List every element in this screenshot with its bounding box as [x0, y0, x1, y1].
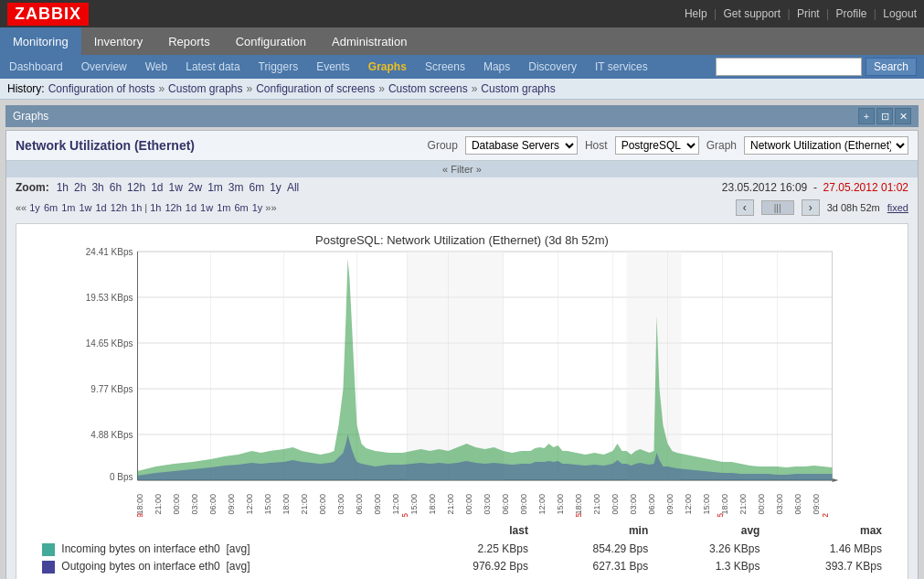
subnav-overview[interactable]: Overview [72, 55, 136, 79]
subnav-graphs[interactable]: Graphs [359, 55, 416, 79]
close-icon[interactable]: ✕ [895, 108, 911, 124]
nav-monitoring[interactable]: Monitoring [0, 27, 81, 55]
nav-back-1w[interactable]: 1w [78, 202, 92, 213]
svg-text:21:00: 21:00 [446, 494, 455, 515]
prev-button[interactable]: ‹ [736, 199, 754, 216]
legend-col-avg: avg [655, 524, 767, 541]
profile-link[interactable]: Profile [835, 7, 866, 20]
zoom-1m[interactable]: 1m [206, 181, 225, 194]
graph-panel: Network Utilization (Ethernet) Group Dat… [5, 130, 919, 579]
help-link[interactable]: Help [685, 7, 707, 20]
nav-fwd-1m[interactable]: 1m [216, 202, 231, 213]
breadcrumb: History: Configuration of hosts » Custom… [0, 79, 924, 100]
nav-fwd-1h[interactable]: 1h [149, 202, 162, 213]
svg-text:09:00: 09:00 [373, 494, 382, 515]
subnav-latest-data[interactable]: Latest data [176, 55, 249, 79]
get-support-link[interactable]: Get support [723, 7, 781, 20]
graph-select[interactable]: Network Utilization (Ethernet) [744, 136, 908, 155]
zoom-2h[interactable]: 2h [72, 181, 88, 194]
zoom-3m[interactable]: 3m [227, 181, 246, 194]
zoom-all[interactable]: All [285, 181, 301, 194]
legend-col-max: max [767, 524, 889, 541]
nav-reports[interactable]: Reports [155, 27, 223, 55]
svg-text:12:00: 12:00 [684, 494, 693, 515]
group-select[interactable]: Database Servers [465, 136, 578, 155]
nav-fwd-1w[interactable]: 1w [199, 202, 214, 213]
nav-back-1m[interactable]: 1m [60, 202, 76, 213]
graphs-bar-icons: + ⊡ ✕ [858, 108, 911, 124]
subnav-screens[interactable]: Screens [416, 55, 474, 79]
subnav-dashboard[interactable]: Dashboard [0, 55, 72, 79]
fixed-link[interactable]: fixed [887, 202, 908, 213]
nav-back-6m[interactable]: 6m [43, 202, 58, 213]
nav-fwd-1y[interactable]: 1y [251, 202, 264, 213]
chart-title: PostgreSQL: Network Utilization (Etherne… [315, 233, 609, 247]
legend-incoming-max: 1.46 MBps [767, 541, 889, 558]
y-label: 9.77 KBps [90, 384, 133, 394]
zoom-1d[interactable]: 1d [149, 181, 165, 194]
shaded-band [627, 252, 682, 480]
legend-row-incoming: Incoming bytes on interface eth0 [avg] 2… [35, 541, 889, 558]
nav-configuration[interactable]: Configuration [223, 27, 319, 55]
refresh-icon[interactable]: ⊡ [876, 108, 893, 124]
zoom-1y[interactable]: 1y [268, 181, 283, 194]
nav-back-1d[interactable]: 1d [95, 202, 108, 213]
legend-col-last: last [416, 524, 536, 541]
bc-config-screens[interactable]: Configuration of screens [256, 82, 375, 95]
next-button[interactable]: › [802, 199, 820, 216]
logo: ZABBIX [7, 3, 89, 26]
zoom-12h[interactable]: 12h [125, 181, 147, 194]
zoom-1w[interactable]: 1w [166, 181, 184, 194]
nav-back-1h[interactable]: 1h [130, 202, 143, 213]
legend-col-min: min [536, 524, 655, 541]
svg-text:21:00: 21:00 [154, 494, 163, 515]
subnav-triggers[interactable]: Triggers [250, 55, 308, 79]
svg-text:09:00: 09:00 [227, 494, 236, 515]
zoom-3h[interactable]: 3h [90, 181, 105, 194]
nav-administration[interactable]: Administration [319, 27, 420, 55]
nav-fwd-6m[interactable]: 6m [233, 202, 249, 213]
legend-incoming-last: 2.25 KBps [416, 541, 536, 558]
y-label: 24.41 KBps [86, 247, 133, 257]
search-input[interactable] [716, 58, 862, 76]
main-nav: Monitoring Inventory Reports Configurati… [0, 27, 924, 55]
logout-link[interactable]: Logout [883, 7, 917, 20]
search-area: Search [708, 58, 924, 76]
svg-text:03:00: 03:00 [336, 494, 345, 515]
bc-config-hosts[interactable]: Configuration of hosts [48, 82, 155, 95]
chart-svg: PostgreSQL: Network Utilization (Etherne… [16, 224, 908, 517]
zoom-left: Zoom: 1h 2h 3h 6h 12h 1d 1w 2w 1m 3m 6m … [16, 181, 301, 194]
scroll-bar[interactable]: ||| [761, 200, 794, 215]
zoom-6m[interactable]: 6m [248, 181, 267, 194]
svg-text:03:00: 03:00 [190, 494, 199, 515]
sub-nav: Dashboard Overview Web Latest data Trigg… [0, 55, 924, 79]
nav-back-12h[interactable]: 12h [110, 202, 128, 213]
nav-fwd-1d[interactable]: 1d [185, 202, 197, 213]
bc-custom-graphs-2[interactable]: Custom graphs [481, 82, 555, 95]
zoom-1h[interactable]: 1h [55, 181, 70, 194]
svg-text:06:00: 06:00 [501, 494, 510, 515]
x-arrow [833, 478, 839, 482]
subnav-it-services[interactable]: IT services [586, 55, 657, 79]
bc-custom-graphs[interactable]: Custom graphs [168, 82, 242, 95]
nav-fwd-12h[interactable]: 12h [164, 202, 182, 213]
nav-inventory[interactable]: Inventory [81, 27, 155, 55]
svg-text:21:00: 21:00 [300, 494, 309, 515]
subnav-events[interactable]: Events [307, 55, 359, 79]
subnav-maps[interactable]: Maps [474, 55, 519, 79]
host-select[interactable]: PostgreSQL [615, 136, 699, 155]
subnav-web[interactable]: Web [136, 55, 176, 79]
add-icon[interactable]: + [858, 108, 875, 124]
bc-custom-screens[interactable]: Custom screens [388, 82, 468, 95]
search-button[interactable]: Search [866, 58, 917, 76]
filter-bar[interactable]: « Filter » [6, 161, 918, 177]
y-label: 0 Bps [110, 472, 133, 482]
zoom-6h[interactable]: 6h [108, 181, 123, 194]
nav-left: «« 1y 6m 1m 1w 1d 12h 1h | 1h 12h 1d 1w … [16, 202, 277, 213]
print-link[interactable]: Print [797, 7, 820, 20]
nav-back-1y[interactable]: 1y [28, 202, 41, 213]
zoom-2w[interactable]: 2w [186, 181, 204, 194]
subnav-discovery[interactable]: Discovery [519, 55, 586, 79]
section-title: Graphs [13, 110, 48, 123]
svg-text:15:00: 15:00 [409, 494, 419, 515]
